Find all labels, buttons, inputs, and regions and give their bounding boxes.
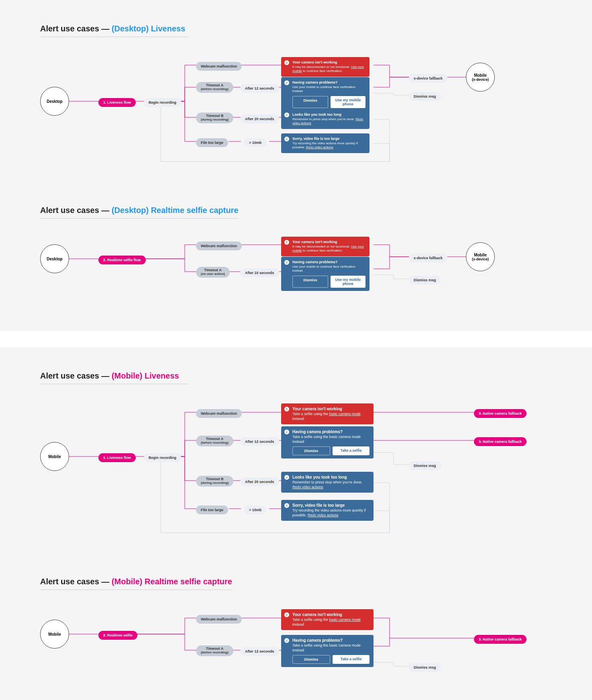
link-basic-camera[interactable]: basic camera mode [329,618,361,622]
node-native-fallback: 3. Native camera fallback [474,409,527,418]
node-webcam-malfunction: Webcam malfunction [196,615,242,624]
node-flow: 2. Realtime selfie [98,631,137,640]
alert-camera-problems: Having camera problems? Use your mobile … [281,77,369,111]
dismiss-button[interactable]: Dismiss [292,276,328,288]
pill-file-size: > 10mb [244,138,266,147]
node-end-mobile: Mobile(x-device) [466,242,495,271]
use-mobile-button[interactable]: Use my mobile phone [331,96,365,108]
link-redo[interactable]: Redo video actions [306,145,333,149]
info-icon [284,137,289,141]
info-icon [284,503,289,508]
info-icon [284,475,289,480]
info-icon [284,638,289,643]
pill-timeout-a: After 12 seconds [240,437,279,446]
node-timeout-b: Timeout B(during recording) [196,113,233,123]
alert-camera-problems: Having camera problems? Take a selfie us… [281,635,374,667]
link-redo[interactable]: Redo video actions [292,485,323,489]
take-selfie-button[interactable]: Take a selfie [333,446,369,455]
pill-timeout-a: After 12 seconds [240,647,279,656]
error-icon [284,240,289,245]
node-webcam-malfunction: Webcam malfunction [196,242,242,250]
node-start-mobile: Mobile [40,620,69,649]
alert-camera-problems: Having camera problems? Take a selfie us… [281,426,374,458]
node-flow: 1. Liveness flow [98,98,136,107]
flow-mobile-selfie: Mobile 2. Realtime selfie Webcam malfunc… [40,606,552,686]
title-accent: (Mobile) Realtime selfie capture [112,577,232,586]
title-accent: (Desktop) Realtime selfie capture [112,206,239,215]
node-dismiss-msg: Dismiss msg [409,461,441,470]
section-title: Alert use cases — (Desktop) Realtime sel… [40,206,239,219]
node-start-desktop: Desktop [40,244,69,273]
node-dismiss-msg: Dismiss msg [409,276,441,285]
node-webcam-malfunction: Webcam malfunction [196,62,242,71]
section-title: Alert use cases — (Mobile) Liveness [40,371,189,384]
node-timeout-a: Timeout A(before recording) [196,436,233,446]
title-prefix: Alert use cases — [40,206,112,215]
flow-desktop-selfie: Desktop 2. Realtime selfie flow Webcam m… [40,235,552,299]
node-file-too-large: File too large [196,506,228,514]
pill-timeout-b: After 20 seconds [240,115,279,123]
link-basic-camera[interactable]: basic camera mode [329,412,361,416]
title-accent: (Desktop) Liveness [112,24,185,33]
info-icon [284,430,289,434]
flow-mobile-liveness: Mobile 1. Liveness flow Begin recording … [40,400,552,553]
error-icon [284,407,289,411]
node-timeout-a: Timeout A(before recording) [196,645,233,656]
title-accent: (Mobile) Liveness [112,371,179,380]
take-selfie-button[interactable]: Take a selfie [333,655,369,664]
node-start-desktop: Desktop [40,87,69,116]
alert-file-too-large: Sorry, video file is too large Try recor… [281,500,374,521]
info-icon [284,80,289,85]
title-prefix: Alert use cases — [40,24,112,33]
pill-timeout-a: After 12 seconds [240,84,279,93]
dismiss-button[interactable]: Dismiss [292,96,328,108]
info-icon [284,260,289,265]
node-dismiss-msg: Dismiss msg [409,663,441,672]
node-file-too-large: File too large [196,138,228,147]
node-xdevice-fallback: x-device fallback [409,254,447,262]
node-timeout-a: Timeout A(no user action) [196,267,230,278]
node-xdevice-fallback: x-device fallback [409,74,447,83]
error-icon [284,60,289,65]
alert-camera-not-working: Your camera isn't working It may be disc… [281,237,369,256]
node-native-fallback: 3. Native camera fallback [474,437,527,446]
node-dismiss-msg: Dismiss msg [409,92,441,101]
dismiss-button[interactable]: Dismiss [292,446,330,455]
section-title: Alert use cases — (Mobile) Realtime self… [40,577,232,590]
flow-desktop-liveness: Desktop 1. Liveness flow Begin recording… [40,53,552,182]
node-end-mobile: Mobile(x-device) [466,63,495,92]
node-flow: 1. Liveness flow [98,453,136,462]
node-begin-recording: Begin recording [144,98,181,107]
node-native-fallback: 3. Native camera fallback [474,635,527,644]
alert-camera-not-working: Your camera isn't working It may be disc… [281,57,369,77]
alert-camera-problems: Having camera problems? Use your mobile … [281,257,369,291]
pill-timeout-a: After 10 seconds [240,268,279,277]
node-timeout-a: Timeout A(before recording) [196,82,233,93]
node-begin-recording: Begin recording [144,453,181,462]
alert-camera-not-working: Your camera isn't working Take a selfie … [281,609,374,630]
dismiss-button[interactable]: Dismiss [292,655,330,664]
alert-file-too-large: Sorry, video file is too large Try recor… [281,133,369,153]
use-mobile-button[interactable]: Use my mobile phone [331,276,365,288]
section-title: Alert use cases — (Desktop) Liveness [40,24,189,37]
node-start-mobile: Mobile [40,442,69,471]
node-webcam-malfunction: Webcam malfunction [196,409,242,418]
alert-camera-not-working: Your camera isn't working Take a selfie … [281,403,374,424]
link-redo[interactable]: Redo video actions [308,513,339,517]
pill-file-size: > 10mb [244,506,266,514]
error-icon [284,612,289,617]
title-prefix: Alert use cases — [40,577,112,586]
info-icon [284,113,289,117]
title-prefix: Alert use cases — [40,371,112,380]
alert-took-too-long: Looks like you took too long Remember to… [281,109,369,129]
alert-took-too-long: Looks like you took too long Remember to… [281,472,374,493]
node-flow: 2. Realtime selfie flow [98,256,146,264]
pill-timeout-b: After 20 seconds [240,477,279,486]
node-timeout-b: Timeout B(during recording) [196,476,233,487]
